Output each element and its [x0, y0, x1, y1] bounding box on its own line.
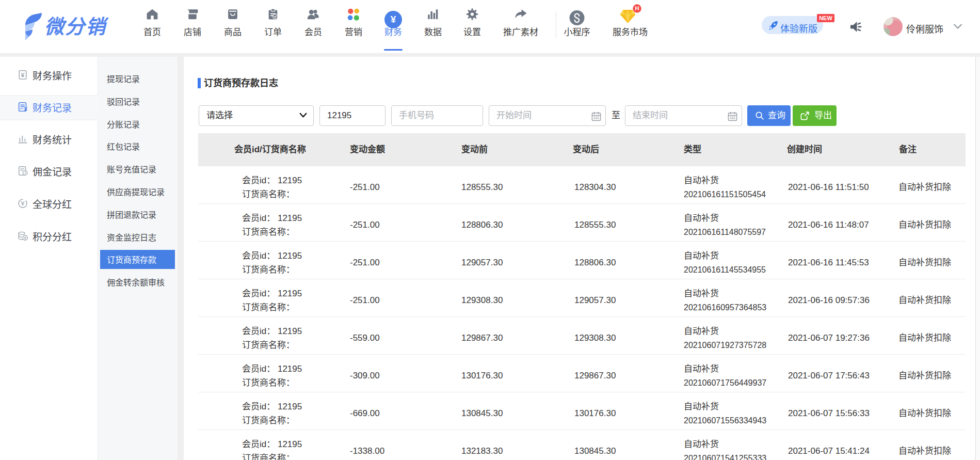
svg-text:H: H — [635, 5, 639, 11]
